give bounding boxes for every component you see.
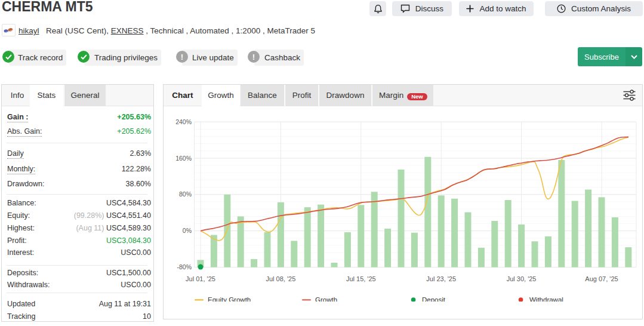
- svg-text:160%: 160%: [175, 155, 192, 162]
- svg-text:240%: 240%: [175, 118, 192, 125]
- svg-text:Growth: Growth: [315, 296, 337, 302]
- svg-text:Deposit: Deposit: [422, 296, 446, 302]
- svg-text:0%: 0%: [183, 227, 192, 234]
- svg-text:Withdrawal: Withdrawal: [529, 296, 563, 302]
- svg-text:Equity Growth: Equity Growth: [208, 296, 251, 302]
- svg-text:Jul 23, '25: Jul 23, '25: [426, 275, 456, 282]
- svg-text:Jul 15, '25: Jul 15, '25: [346, 275, 376, 282]
- svg-text:Jul 30, '25: Jul 30, '25: [507, 275, 537, 282]
- svg-text:Aug 07, '25: Aug 07, '25: [585, 275, 618, 282]
- svg-text:Jul 01, '25: Jul 01, '25: [186, 275, 215, 282]
- svg-text:80%: 80%: [179, 190, 192, 198]
- svg-text:-80%: -80%: [177, 263, 192, 270]
- svg-text:Jul 08, '25: Jul 08, '25: [266, 275, 295, 282]
